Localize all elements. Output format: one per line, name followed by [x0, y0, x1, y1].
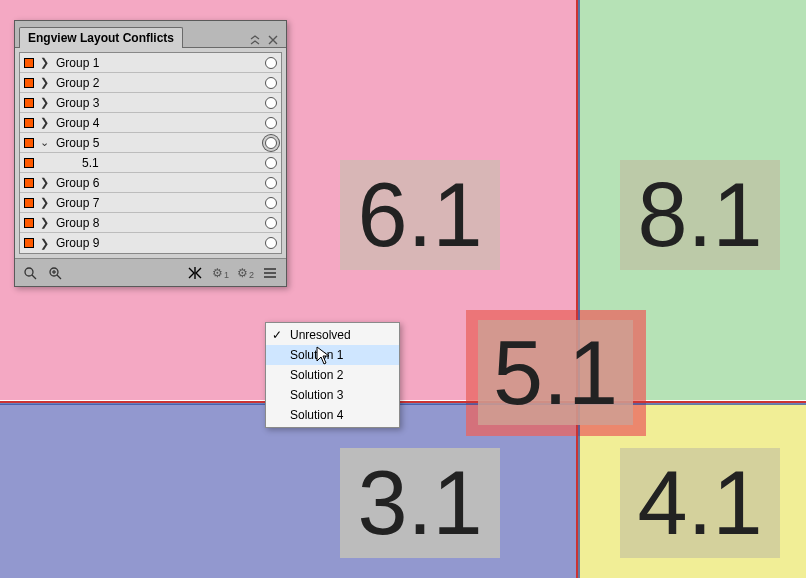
menu-item-solution-2[interactable]: Solution 2: [266, 365, 399, 385]
group-row[interactable]: ❯ Group 2: [20, 73, 281, 93]
color-swatch: [24, 78, 34, 88]
menu-item-label: Solution 2: [290, 368, 343, 382]
svg-point-0: [25, 268, 33, 276]
region-label-5-1: 5.1: [478, 320, 633, 425]
chevron-right-icon[interactable]: ❯: [38, 196, 50, 209]
group-label: Group 3: [54, 96, 261, 110]
group-row[interactable]: ❯ Group 9: [20, 233, 281, 253]
panel-footer: ⚙1 ⚙2: [15, 258, 286, 286]
menu-item-solution-1[interactable]: Solution 1: [266, 345, 399, 365]
svg-line-1: [32, 275, 36, 279]
select-radio[interactable]: [265, 237, 277, 249]
settings-1-icon[interactable]: ⚙1: [212, 266, 229, 280]
color-swatch: [24, 118, 34, 128]
chevron-right-icon[interactable]: ❯: [38, 237, 50, 250]
align-tool-icon[interactable]: [186, 264, 204, 282]
collapse-icon[interactable]: [248, 33, 262, 47]
chevron-right-icon[interactable]: ❯: [38, 216, 50, 229]
group-label: Group 5: [54, 136, 261, 150]
svg-point-11: [264, 272, 266, 274]
group-row[interactable]: ❯ Group 7: [20, 193, 281, 213]
close-icon[interactable]: [266, 33, 280, 47]
select-radio[interactable]: [265, 177, 277, 189]
group-row[interactable]: ❯ Group 4: [20, 113, 281, 133]
group-label: Group 9: [54, 236, 261, 250]
zoom-in-icon[interactable]: [47, 264, 65, 282]
menu-item-label: Solution 4: [290, 408, 343, 422]
menu-item-unresolved[interactable]: ✓ Unresolved: [266, 325, 399, 345]
region-label-8-1: 8.1: [620, 160, 780, 270]
color-swatch: [24, 238, 34, 248]
color-swatch: [24, 58, 34, 68]
cursor-icon: [316, 346, 332, 362]
group-label: Group 6: [54, 176, 261, 190]
color-swatch: [24, 218, 34, 228]
group-row[interactable]: ❯ Group 1: [20, 53, 281, 73]
menu-item-solution-3[interactable]: Solution 3: [266, 385, 399, 405]
panel-tabbar: Engview Layout Conflicts: [15, 21, 286, 47]
group-label: Group 1: [54, 56, 261, 70]
chevron-right-icon[interactable]: ❯: [38, 116, 50, 129]
color-swatch: [24, 158, 34, 168]
select-radio[interactable]: [265, 77, 277, 89]
svg-line-5: [57, 275, 61, 279]
child-label: 5.1: [54, 156, 261, 170]
group-row[interactable]: ❯ Group 6: [20, 173, 281, 193]
select-radio[interactable]: [265, 197, 277, 209]
menu-item-label: Unresolved: [290, 328, 351, 342]
color-swatch: [24, 198, 34, 208]
chevron-right-icon[interactable]: ❯: [38, 96, 50, 109]
panel-body: ❯ Group 1 ❯ Group 2 ❯ Group 3 ❯ Group 4: [15, 47, 286, 258]
menu-item-solution-4[interactable]: Solution 4: [266, 405, 399, 425]
group-row[interactable]: ❯ Group 8: [20, 213, 281, 233]
select-radio-active[interactable]: [265, 137, 277, 149]
guide-vertical-blue[interactable]: [578, 0, 580, 578]
region-label-4-1: 4.1: [620, 448, 780, 558]
region-label-6-1: 6.1: [340, 160, 500, 270]
layout-conflicts-panel[interactable]: Engview Layout Conflicts ❯ Group 1 ❯ Gro…: [14, 20, 287, 287]
menu-item-label: Solution 3: [290, 388, 343, 402]
search-icon[interactable]: [21, 264, 39, 282]
chevron-down-icon[interactable]: ⌄: [38, 136, 50, 149]
select-radio[interactable]: [265, 97, 277, 109]
group-row[interactable]: ❯ Group 3: [20, 93, 281, 113]
group-label: Group 4: [54, 116, 261, 130]
check-icon: ✓: [272, 328, 282, 342]
svg-point-12: [264, 276, 266, 278]
group-child-row[interactable]: 5.1: [20, 153, 281, 173]
group-label: Group 7: [54, 196, 261, 210]
select-radio[interactable]: [265, 217, 277, 229]
chevron-right-icon[interactable]: ❯: [38, 76, 50, 89]
group-row-expanded[interactable]: ⌄ Group 5: [20, 133, 281, 153]
group-label: Group 2: [54, 76, 261, 90]
panel-menu-icon[interactable]: [262, 264, 280, 282]
color-swatch: [24, 178, 34, 188]
solution-context-menu[interactable]: ✓ Unresolved Solution 1 Solution 2 Solut…: [265, 322, 400, 428]
settings-2-icon[interactable]: ⚙2: [237, 266, 254, 280]
color-swatch: [24, 98, 34, 108]
chevron-right-icon[interactable]: ❯: [38, 176, 50, 189]
guide-horizontal-blue[interactable]: [0, 403, 806, 405]
svg-point-10: [264, 268, 266, 270]
region-label-3-1: 3.1: [340, 448, 500, 558]
select-radio[interactable]: [265, 57, 277, 69]
color-swatch: [24, 138, 34, 148]
select-radio[interactable]: [265, 157, 277, 169]
select-radio[interactable]: [265, 117, 277, 129]
chevron-right-icon[interactable]: ❯: [38, 56, 50, 69]
conflict-group-list[interactable]: ❯ Group 1 ❯ Group 2 ❯ Group 3 ❯ Group 4: [19, 52, 282, 254]
panel-tab-title[interactable]: Engview Layout Conflicts: [19, 27, 183, 48]
group-label: Group 8: [54, 216, 261, 230]
